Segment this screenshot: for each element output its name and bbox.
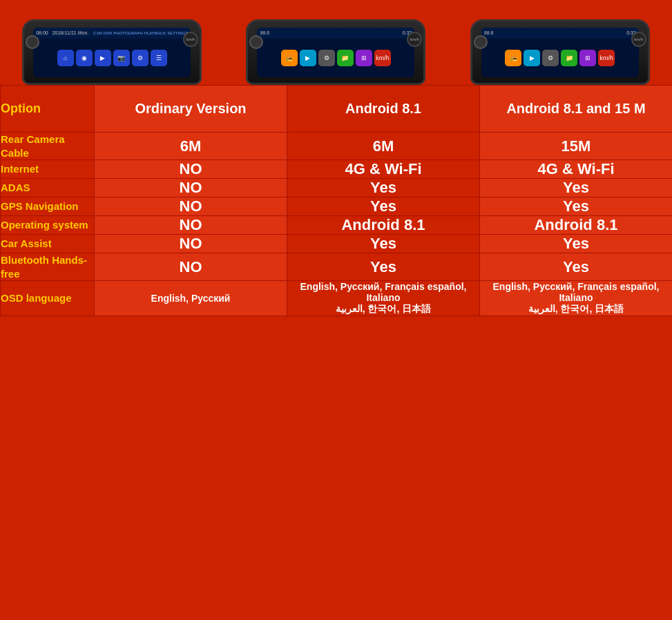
feature-cell-0: Option <box>1 86 95 133</box>
value-v2-0: Android 8.1 <box>287 86 480 133</box>
value-v1-1: 6M <box>95 133 287 160</box>
feature-cell-4: GPS Navigation <box>1 197 95 216</box>
screen-header-3: 98.6 0:33 <box>481 28 639 39</box>
device-1: 08:00 2018/11/21 Mon. CAR DVR PHOTOGRAPH… <box>19 6 205 85</box>
file-icon: 📁 <box>337 50 354 66</box>
value-v2-2: 4G & Wi-Fi <box>287 160 480 179</box>
value-v2-5: Android 8.1 <box>287 216 480 235</box>
settings-icon-2: ⚙ <box>318 50 335 66</box>
camera-icon-2 <box>249 35 263 49</box>
value-v1-4: NO <box>95 197 287 216</box>
camera-icon <box>26 35 39 49</box>
value-v3-4: Yes <box>480 197 673 216</box>
device-3-screen: 98.6 0:33 📻 ▶ ⚙ 📁 ⊞ km/h <box>481 28 639 77</box>
cam-icon: 📷 <box>113 50 130 66</box>
value-v3-5: Android 8.1 <box>480 216 673 235</box>
camera-icon-3 <box>474 35 488 49</box>
value-v3-1: 15M <box>480 133 673 160</box>
value-v3-0: Android 8.1 and 15 M <box>480 86 673 133</box>
value-v2-4: Yes <box>287 197 480 216</box>
speed-icon: km/h <box>374 50 391 66</box>
device-3-wrap: 98.6 0:33 📻 ▶ ⚙ 📁 ⊞ km/h km/h <box>448 0 672 85</box>
device-1-screen: 08:00 2018/11/21 Mon. CAR DVR PHOTOGRAPH… <box>33 28 191 77</box>
value-v1-2: NO <box>95 160 287 179</box>
table-row: Operating systemNOAndroid 8.1Android 8.1 <box>1 216 673 235</box>
applet-icon-3: ⊞ <box>579 50 596 66</box>
value-v3-7: Yes <box>480 253 673 281</box>
fm-icon-3: 📻 <box>505 50 521 66</box>
value-v2-3: Yes <box>287 179 480 197</box>
value-v1-8: English, Русский <box>95 281 287 316</box>
settings-icon-3: ⚙ <box>542 50 559 66</box>
value-v1-3: NO <box>95 179 287 197</box>
feature-cell-8: OSD language <box>1 281 95 316</box>
feature-cell-1: Rear Camera Cable <box>1 133 95 160</box>
table-row: OptionOrdinary VersionAndroid 8.1Android… <box>1 86 673 133</box>
device-2-screen: 98.6 0:33 📻 ▶ ⚙ 📁 ⊞ km/h <box>257 28 414 77</box>
value-v1-0: Ordinary Version <box>95 86 287 133</box>
settings-icon-1: ⚙ <box>132 50 148 66</box>
table-row: Bluetooth Hands-freeNOYesYes <box>1 253 673 281</box>
screen-header-2: 98.6 0:33 <box>257 28 414 39</box>
table-row: InternetNO4G & Wi-Fi4G & Wi-Fi <box>1 160 673 179</box>
speedometer-icon: km/h <box>183 32 198 47</box>
speedometer-icon-2: km/h <box>407 32 422 47</box>
feature-cell-6: Car Assist <box>1 235 95 253</box>
screen-body-3: 📻 ▶ ⚙ 📁 ⊞ km/h <box>481 39 639 77</box>
device-2: 98.6 0:33 📻 ▶ ⚙ 📁 ⊞ km/h km/h <box>242 6 429 85</box>
value-v2-6: Yes <box>287 235 480 253</box>
value-v3-8: English, Русский, Français español, Ital… <box>480 281 673 316</box>
applet-icon: ⊞ <box>356 50 372 66</box>
speed-icon-3: km/h <box>598 50 615 66</box>
speedometer-icon-3: km/h <box>631 32 646 47</box>
feature-cell-5: Operating system <box>1 216 95 235</box>
screen-header: 08:00 2018/11/21 Mon. CAR DVR PHOTOGRAPH… <box>33 28 191 39</box>
table-row: GPS NavigationNOYesYes <box>1 197 673 216</box>
value-v3-2: 4G & Wi-Fi <box>480 160 673 179</box>
device-3: 98.6 0:33 📻 ▶ ⚙ 📁 ⊞ km/h km/h <box>467 6 653 85</box>
device-images-row: 08:00 2018/11/21 Mon. CAR DVR PHOTOGRAPH… <box>0 0 672 85</box>
nav-icon: ⌂ <box>57 50 74 66</box>
device-2-wrap: 98.6 0:33 📻 ▶ ⚙ 📁 ⊞ km/h km/h <box>224 0 448 85</box>
file-icon-3: 📁 <box>561 50 577 66</box>
map-icon: ◉ <box>76 50 93 66</box>
value-v2-1: 6M <box>287 133 480 160</box>
fm-icon: 📻 <box>281 50 298 66</box>
value-v3-3: Yes <box>480 179 673 197</box>
comparison-table-wrapper: OptionOrdinary VersionAndroid 8.1Android… <box>0 85 672 316</box>
value-v2-8: English, Русский, Français español, Ital… <box>287 281 480 316</box>
play-icon: ▶ <box>95 50 111 66</box>
screen-body-2: 📻 ▶ ⚙ 📁 ⊞ km/h <box>257 39 414 77</box>
table-row: Rear Camera Cable6M6M15M <box>1 133 673 160</box>
table-row: ADASNOYesYes <box>1 179 673 197</box>
value-v1-5: NO <box>95 216 287 235</box>
value-v2-7: Yes <box>287 253 480 281</box>
screen-body: ⌂ ◉ ▶ 📷 ⚙ ☰ <box>33 39 191 77</box>
device-1-wrap: 08:00 2018/11/21 Mon. CAR DVR PHOTOGRAPH… <box>0 0 224 85</box>
btn-icon: ☰ <box>151 50 167 66</box>
table-row: OSD languageEnglish, РусскийEnglish, Рус… <box>1 281 673 316</box>
value-v1-6: NO <box>95 235 287 253</box>
value-v1-7: NO <box>95 253 287 281</box>
value-v3-6: Yes <box>480 235 673 253</box>
comparison-table: OptionOrdinary VersionAndroid 8.1Android… <box>0 85 672 316</box>
feature-cell-7: Bluetooth Hands-free <box>1 253 95 281</box>
feature-cell-3: ADAS <box>1 179 95 197</box>
feature-cell-2: Internet <box>1 160 95 179</box>
video-icon: ▶ <box>300 50 316 66</box>
video-icon-3: ▶ <box>524 50 540 66</box>
table-row: Car AssistNOYesYes <box>1 235 673 253</box>
